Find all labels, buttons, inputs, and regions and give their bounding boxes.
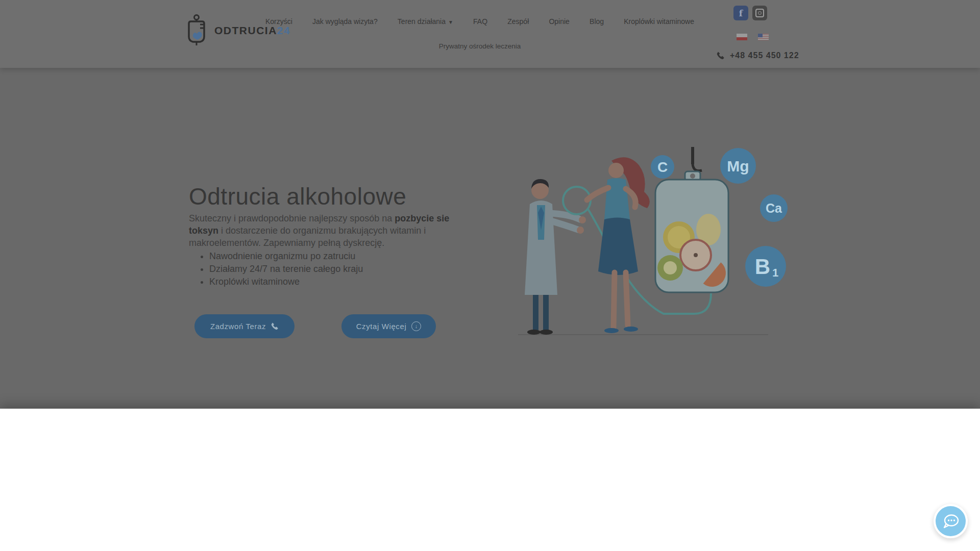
svg-text:C: C (657, 159, 668, 175)
nav-item-jak-wyglada-wizyta[interactable]: Jak wygląda wizyta? (312, 17, 378, 26)
svg-text:B: B (755, 255, 770, 279)
header-phone[interactable]: +48 455 450 122 (717, 51, 799, 60)
nav-item-teren-dzialania[interactable]: Teren działania▼ (398, 17, 453, 26)
nav-item-blog[interactable]: Blog (590, 17, 604, 26)
nav-item-korzysci[interactable]: Korzyści (265, 17, 292, 26)
phone-icon (271, 322, 279, 330)
list-item: Kroplówki witaminowe (209, 276, 363, 288)
chat-widget-button[interactable] (934, 504, 968, 538)
list-item: Nawodnienie organizmu po zatruciu (209, 250, 363, 263)
instagram-icon[interactable] (752, 6, 767, 20)
english-flag-icon[interactable] (758, 34, 769, 40)
svg-text:Ca: Ca (766, 201, 782, 215)
language-switcher (737, 34, 769, 40)
chevron-down-icon: ▼ (448, 19, 453, 25)
svg-text:1: 1 (772, 266, 778, 279)
hero-paragraph: Skuteczny i prawdopodobnie najlepszy spo… (189, 212, 477, 249)
arrow-down-circle-icon: ↓ (411, 321, 421, 331)
read-more-button[interactable]: Czytaj Więcej ↓ (341, 314, 436, 338)
doctor-figure (525, 179, 586, 335)
list-item: Działamy 24/7 na terenie całego kraju (209, 263, 363, 276)
site-header: ODTRUCIA24 Korzyści Jak wygląda wizyta? … (0, 0, 980, 68)
nav-item-zespol[interactable]: Zespół (507, 17, 529, 26)
main-nav: Korzyści Jak wygląda wizyta? Teren dział… (265, 17, 694, 26)
instagram-glyph (755, 9, 764, 17)
cookie-consent-banner: Ustawienia prywatności Ta strona korzyst… (0, 409, 980, 551)
phone-icon (717, 52, 725, 60)
logo-wordmark: ODTRUCIA24 (214, 24, 290, 37)
hero-bullet-list: Nawodnienie organizmu po zatruciu Działa… (199, 250, 363, 288)
nav-item-faq[interactable]: FAQ (473, 17, 487, 26)
patient-figure (587, 157, 650, 333)
polish-flag-icon[interactable] (737, 34, 747, 40)
secondary-nav: Prywatny ośrodek leczenia (265, 41, 694, 51)
page: ODTRUCIA24 Korzyści Jak wygląda wizyta? … (0, 0, 980, 551)
iv-drip-logo-icon (188, 14, 209, 47)
nav-item-prywatny-osrodek[interactable]: Prywatny ośrodek leczenia (439, 42, 521, 50)
social-links: f (733, 6, 767, 20)
call-now-button[interactable]: Zadzwoń Teraz (194, 314, 295, 338)
nav-item-kroplowki[interactable]: Kroplówki witaminowe (624, 17, 694, 26)
nav-item-opinie[interactable]: Opinie (549, 17, 569, 26)
chat-bubble-icon (942, 513, 960, 530)
svg-text:Mg: Mg (727, 158, 749, 174)
page-title: Odtrucia alkoholowe (189, 183, 406, 210)
hero-illustration: C Mg Ca B 1 (510, 143, 801, 342)
phone-number: +48 455 450 122 (730, 51, 799, 60)
facebook-icon[interactable]: f (733, 6, 748, 20)
